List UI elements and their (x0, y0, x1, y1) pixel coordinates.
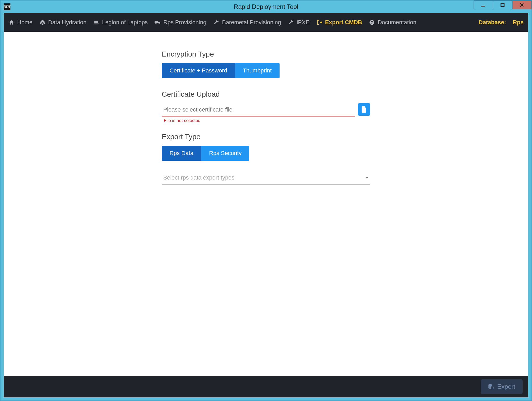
wrench-icon (288, 19, 294, 26)
maximize-icon (500, 3, 505, 7)
maximize-button[interactable] (493, 1, 512, 9)
minimize-button[interactable] (474, 1, 493, 9)
svg-rect-0 (481, 6, 485, 7)
export-button-label: Export (497, 383, 515, 390)
encryption-type-heading: Encryption Type (162, 50, 370, 58)
encryption-option-cert-password[interactable]: Certificate + Password (162, 63, 235, 78)
document-icon (361, 106, 367, 113)
export-type-group: Rps Data Rps Security (162, 146, 249, 161)
svg-rect-11 (363, 111, 364, 112)
wrench-icon (213, 19, 219, 26)
nav-legion-laptops[interactable]: Legion of Laptops (93, 19, 148, 26)
certificate-upload-heading: Certificate Upload (162, 90, 370, 98)
encryption-option-thumbprint[interactable]: Thumbprint (235, 63, 280, 78)
nav-baremetal-provisioning[interactable]: Baremetal Provisioning (213, 19, 281, 26)
certificate-file-input[interactable] (162, 103, 355, 116)
nav-label: iPXE (297, 19, 310, 26)
certificate-upload-row (162, 103, 370, 116)
nav-label: Data Hydration (48, 19, 87, 26)
svg-text:?: ? (371, 21, 373, 24)
close-button[interactable] (512, 1, 531, 9)
certificate-file-error: File is not selected (164, 118, 370, 123)
svg-point-6 (159, 23, 160, 24)
nav-home[interactable]: Home (8, 19, 33, 26)
laptop-icon (93, 19, 99, 26)
database-value: Rps (513, 19, 524, 26)
home-icon (8, 19, 15, 26)
export-type-heading: Export Type (162, 133, 370, 141)
application-window: RDT Rapid Deployment Tool Home (0, 0, 532, 401)
nav-documentation[interactable]: ? Documentation (369, 19, 416, 26)
truck-icon (154, 19, 161, 26)
svg-point-5 (155, 23, 157, 24)
nav-rps-provisioning[interactable]: Rps Provisioning (154, 19, 206, 26)
help-icon: ? (369, 19, 375, 26)
nav-ipxe[interactable]: iPXE (288, 19, 310, 26)
nav-data-hydration[interactable]: Data Hydration (39, 19, 87, 26)
export-types-placeholder: Select rps data export types (163, 174, 234, 181)
export-icon (316, 19, 323, 26)
form-column: Encryption Type Certificate + Password T… (162, 50, 370, 376)
svg-rect-10 (363, 110, 365, 110)
database-export-icon (488, 384, 494, 390)
app-icon: RDT (4, 3, 10, 10)
export-option-rps-security[interactable]: Rps Security (201, 146, 250, 161)
layers-icon (39, 19, 46, 26)
footer-bar: Export (4, 376, 528, 397)
titlebar: RDT Rapid Deployment Tool (1, 1, 531, 13)
nav-label: Export CMDB (325, 19, 362, 26)
svg-rect-1 (501, 3, 504, 7)
navbar: Home Data Hydration Legion of Laptops Rp… (4, 13, 528, 32)
svg-rect-4 (155, 21, 158, 23)
database-label: Database: (479, 19, 506, 26)
nav-label: Baremetal Provisioning (222, 19, 281, 26)
browse-file-button[interactable] (358, 103, 370, 116)
close-icon (520, 3, 524, 7)
chevron-down-icon (365, 177, 369, 179)
window-title: Rapid Deployment Tool (234, 3, 298, 10)
nav-label: Documentation (378, 19, 416, 26)
export-option-rps-data[interactable]: Rps Data (162, 146, 201, 161)
export-types-select[interactable]: Select rps data export types (162, 171, 370, 184)
export-button[interactable]: Export (481, 379, 523, 394)
nav-label: Legion of Laptops (102, 19, 148, 26)
window-buttons (474, 1, 531, 13)
content-area: Encryption Type Certificate + Password T… (4, 32, 528, 376)
encryption-type-group: Certificate + Password Thumbprint (162, 63, 280, 78)
nav-label: Home (17, 19, 33, 26)
svg-rect-9 (363, 109, 365, 109)
minimize-icon (481, 3, 485, 7)
nav-label: Rps Provisioning (163, 19, 206, 26)
app-body: Home Data Hydration Legion of Laptops Rp… (4, 13, 528, 397)
nav-export-cmdb[interactable]: Export CMDB (316, 19, 362, 26)
